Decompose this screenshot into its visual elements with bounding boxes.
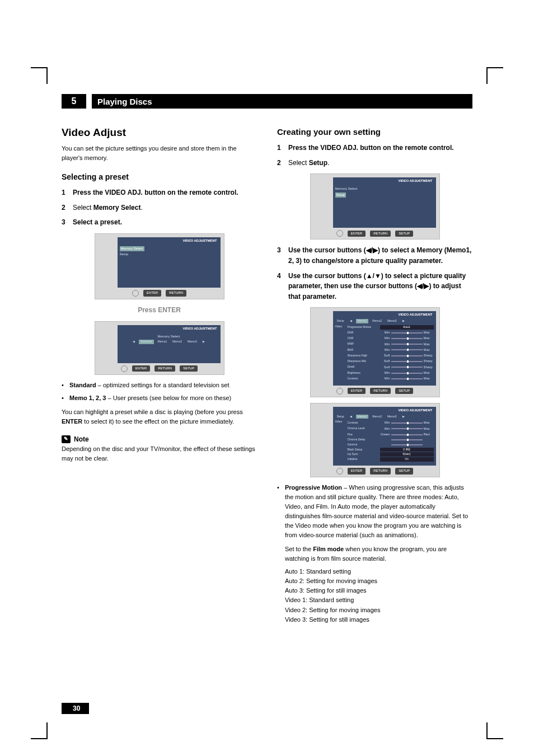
osd-button: ENTER [143,290,161,296]
crop-mark [46,67,48,84]
right-column: Creating your own setting 1Press the VID… [277,119,472,624]
mode-line: Video 3: Setting for still images [285,615,472,624]
crop-mark [486,67,503,68]
osd-button: RETURN [166,290,186,296]
mode-line: Auto 2: Setting for moving images [285,576,472,586]
mode-list: Auto 1: Standard settingAuto 2: Setting … [285,567,472,624]
nav-icon [121,365,128,372]
nav-icon [132,290,139,297]
subheading: Selecting a preset [62,171,257,184]
chapter-title: Playing Discs [92,94,472,109]
section-heading: Video Adjust [62,124,257,140]
left-column: Video Adjust You can set the picture set… [62,119,257,624]
content-area: 5 Playing Discs Video Adjust You can set… [62,94,472,624]
crop-mark [31,738,48,739]
crop-mark [486,722,488,739]
osd-screenshot: VIDEO ADJUSTMENT Setup◀ Memo1 Memo2 Memo… [310,403,440,477]
crop-mark [31,67,48,68]
intro-text: You can set the picture settings you des… [62,144,257,163]
note-body: Depending on the disc and your TV/monito… [62,444,257,463]
osd-screenshot: VIDEO ADJUSTMENT Memory Select ◀ Standar… [95,321,224,375]
chapter-header: 5 Playing Discs [62,94,472,109]
press-enter-label: Press ENTER [62,305,257,316]
step-item: 1Press the VIDEO ADJ. button on the remo… [62,187,257,198]
nav-icon [336,468,343,475]
paragraph: Set to the Film mode when you know the p… [285,544,472,564]
pencil-icon: ✎ [62,435,71,443]
subheading: Creating your own setting [277,125,472,138]
step-item: 2Select Memory Select. [62,203,257,213]
manual-page: 5 Playing Discs Video Adjust You can set… [0,0,534,756]
step-item: 2Select Setup. [277,158,472,168]
step-item: 1Press the VIDEO ADJ. button on the remo… [277,143,472,153]
page-number: 30 [62,703,89,714]
osd-screenshot: VIDEO ADJUSTMENT Setup◀ Memo1 Memo2 Memo… [310,307,440,397]
crop-mark [486,738,503,739]
bullet-item: Memo 1, 2, 3 – User presets (see below f… [62,393,257,403]
crop-mark [486,67,488,84]
step-item: 4Use the cursor buttons (▲/▼) to select … [277,271,472,302]
bullet-item: Standard – optimized settings for a stan… [62,381,257,390]
osd-screenshot: VIDEO ADJUSTMENT Memory Select Setup ENT… [310,173,440,240]
osd-screenshot: VIDEO ADJUSTMENT Memory Select Setup ENT… [95,233,224,299]
paragraph: You can highlight a preset while a disc … [62,407,257,426]
step-item: 3Select a preset. [62,217,257,228]
mode-line: Auto 1: Standard setting [285,567,472,576]
mode-line: Video 2: Setting for moving images [285,605,472,615]
step-item: 3Use the cursor buttons (◀/▶) to select … [277,245,472,266]
mode-line: Auto 3: Setting for still images [285,586,472,595]
nav-icon [336,230,343,237]
crop-mark [46,722,48,739]
nav-icon [336,388,343,395]
bullet-item: Progressive Motion – When using progress… [277,483,472,540]
chapter-number: 5 [62,94,86,109]
mode-line: Video 1: Standard setting [285,595,472,605]
note-heading: ✎ Note [62,434,257,445]
